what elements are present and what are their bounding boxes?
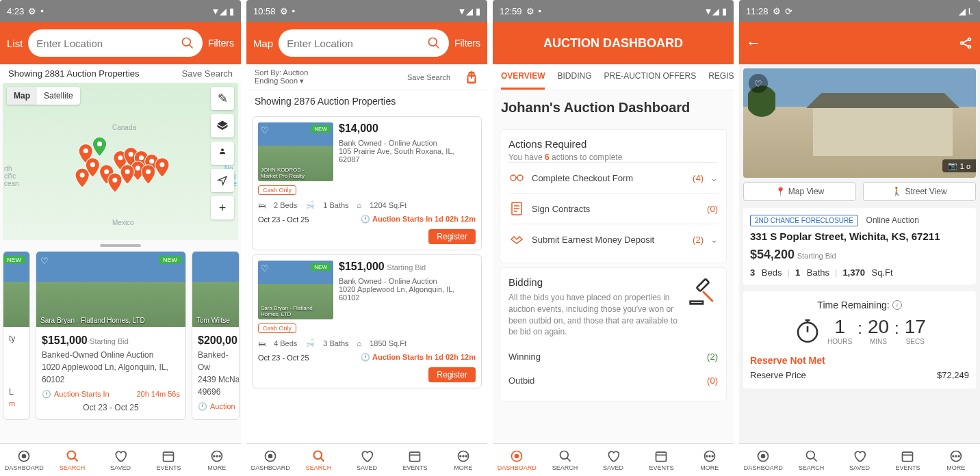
favorite-icon[interactable]: ♡ xyxy=(261,125,269,135)
property-listcard[interactable]: ♡ NEW JOHN KODROS - Market Pro Realty $1… xyxy=(252,116,482,250)
view-map-toggle[interactable]: Map xyxy=(253,38,273,49)
nav-dashboard[interactable]: DASHBOARD xyxy=(0,444,48,476)
svg-point-24 xyxy=(214,455,215,457)
property-carousel[interactable]: NEW ty L m ♡ NEW Sara Bryan - Flatland H… xyxy=(0,251,241,420)
nav-more[interactable]: MORE xyxy=(932,444,980,476)
action-earnest[interactable]: Submit Earnest Money Deposit (2) ⌄ xyxy=(508,224,718,254)
favorite-icon[interactable]: ♡ xyxy=(749,74,768,93)
svg-point-26 xyxy=(219,455,220,457)
timer-hours: 1 xyxy=(827,316,852,338)
register-button[interactable]: Register xyxy=(428,229,476,244)
property-detail-block: 2ND CHANCE FORECLOSURE Online Auction 33… xyxy=(743,208,976,285)
share-icon[interactable] xyxy=(958,36,973,51)
nav-saved[interactable]: SAVED xyxy=(589,444,637,476)
tab-registration[interactable]: REGIS xyxy=(708,71,734,90)
action-contracts[interactable]: Sign Contracts (0) xyxy=(508,193,718,224)
nav-more[interactable]: MORE xyxy=(193,444,241,476)
streetview-icon[interactable] xyxy=(211,142,234,165)
bidding-title: Bidding xyxy=(508,276,682,288)
favorite-icon[interactable]: ♡ xyxy=(261,263,269,274)
layers-icon[interactable] xyxy=(211,114,234,137)
zoom-in-icon[interactable]: + xyxy=(211,196,234,220)
tab-bidding[interactable]: BIDDING xyxy=(557,71,591,90)
sort-dropdown[interactable]: Sort By: Auction Ending Soon ▾ xyxy=(255,68,407,85)
svg-point-39 xyxy=(465,455,467,457)
map-type-map[interactable]: Map xyxy=(7,87,37,105)
nav-search[interactable]: SEARCH xyxy=(294,444,342,476)
nav-events[interactable]: EVENTS xyxy=(144,444,192,476)
stopwatch-icon xyxy=(793,317,822,345)
nav-events[interactable]: EVENTS xyxy=(637,444,685,476)
nav-search[interactable]: SEARCH xyxy=(787,444,835,476)
action-count: (0) xyxy=(707,204,718,214)
status-icons: ▼◢ ▮ xyxy=(458,6,480,16)
baths-icon: 🛁 xyxy=(305,339,315,347)
new-badge: NEW xyxy=(311,263,331,271)
search-icon[interactable] xyxy=(181,36,194,50)
search-input[interactable] xyxy=(36,38,181,49)
view-list-toggle[interactable]: List xyxy=(7,38,23,49)
share-icon[interactable] xyxy=(464,70,479,85)
save-search-link[interactable]: Save Search xyxy=(182,68,233,79)
svg-point-4 xyxy=(83,148,88,153)
nav-saved[interactable]: SAVED xyxy=(836,444,884,476)
draw-icon[interactable]: ✎ xyxy=(211,87,234,110)
bid-count: (2) xyxy=(707,352,718,362)
nav-dashboard[interactable]: DASHBOARD xyxy=(739,444,787,476)
info-icon[interactable]: i xyxy=(892,300,902,310)
nav-events[interactable]: EVENTS xyxy=(391,444,439,476)
svg-point-60 xyxy=(961,42,964,44)
nav-events[interactable]: EVENTS xyxy=(884,444,931,476)
baths: 3 Baths xyxy=(323,339,348,347)
favorite-icon[interactable]: ♡ xyxy=(40,256,49,266)
image-count[interactable]: 📷1 o xyxy=(942,159,976,172)
tab-preauction[interactable]: PRE-AUCTION OFFERS xyxy=(604,71,696,90)
filters-button[interactable]: Filters xyxy=(454,38,480,49)
register-button[interactable]: Register xyxy=(428,367,476,382)
action-checkout[interactable]: Complete Checkout Form (4) ⌄ xyxy=(508,162,718,193)
bidding-winning[interactable]: Winning (2) xyxy=(508,345,718,369)
property-card-partial[interactable]: NEW ty L m xyxy=(3,251,30,420)
svg-point-76 xyxy=(953,455,954,457)
filters-button[interactable]: Filters xyxy=(208,38,234,49)
property-card[interactable]: ♡ NEW Sara Bryan - Flatland Homes, LTD $… xyxy=(36,251,186,420)
save-search-link[interactable]: Save Search xyxy=(407,73,450,81)
svg-point-19 xyxy=(67,451,75,459)
property-listcard[interactable]: ♡ NEW Sara Bryan - Flatland Homes, LTD $… xyxy=(252,254,482,388)
svg-point-41 xyxy=(517,175,523,181)
card-auction: m xyxy=(9,398,24,410)
nav-saved[interactable]: SAVED xyxy=(96,444,144,476)
map-type-satellite[interactable]: Satellite xyxy=(37,87,80,105)
search-icon[interactable] xyxy=(427,36,441,50)
search-field[interactable] xyxy=(28,29,203,57)
nav-dashboard[interactable]: DASHBOARD xyxy=(493,444,541,476)
bidding-outbid[interactable]: Outbid (0) xyxy=(508,369,718,393)
nav-dashboard[interactable]: DASHBOARD xyxy=(246,444,294,476)
nav-more[interactable]: MORE xyxy=(686,444,734,476)
map-type-toggle[interactable]: Map Satellite xyxy=(7,87,80,105)
svg-rect-73 xyxy=(903,452,913,461)
results-count: Showing 2876 Auction Properties xyxy=(246,90,487,112)
nav-saved[interactable]: SAVED xyxy=(343,444,391,476)
locate-icon[interactable] xyxy=(211,169,234,192)
nav-search[interactable]: SEARCH xyxy=(541,444,589,476)
map-view-button[interactable]: 📍Map View xyxy=(743,182,856,201)
svg-point-14 xyxy=(125,170,129,174)
clock-icon: 🕐 xyxy=(361,353,370,361)
status-time: 4:23 xyxy=(7,6,24,16)
map[interactable]: rth cific cean No Atla Oce Canada Mexico… xyxy=(3,83,238,240)
property-card-partial[interactable]: Tom Wiltse $200,00 Banked-Ow 2439 McNa 4… xyxy=(192,251,240,420)
timer-mins: 20 xyxy=(868,316,889,338)
search-input[interactable] xyxy=(287,38,427,49)
search-field[interactable] xyxy=(279,29,449,57)
tab-overview[interactable]: OVERVIEW xyxy=(501,71,545,90)
results-count-row: Showing 2881 Auction Properties Save Sea… xyxy=(0,64,241,83)
property-hero-image[interactable]: ♡ 📷1 o xyxy=(743,68,976,178)
street-view-button[interactable]: 🚶Street View xyxy=(863,182,976,201)
back-icon[interactable]: ← xyxy=(746,34,761,52)
beds: 4 Beds xyxy=(274,339,297,347)
svg-point-32 xyxy=(313,451,322,459)
nav-search[interactable]: SEARCH xyxy=(48,444,96,476)
drag-handle[interactable] xyxy=(100,244,141,247)
nav-more[interactable]: MORE xyxy=(439,444,487,476)
